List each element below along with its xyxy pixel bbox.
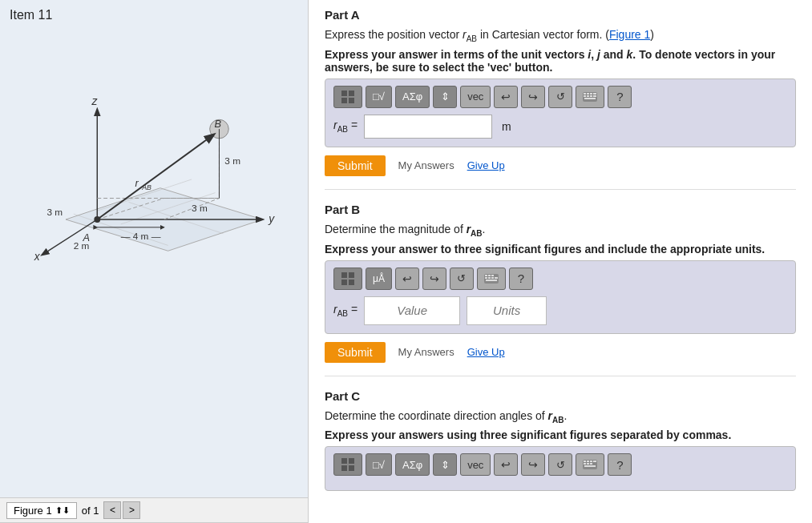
part-c-desc2: Express your answers using three signifi… <box>325 428 796 441</box>
svg-text:3 m: 3 m <box>224 155 240 166</box>
svg-rect-52 <box>495 277 498 279</box>
keyboard-button-b[interactable] <box>477 268 506 290</box>
part-c-title: Part C <box>325 389 796 403</box>
part-b-submit-row: Submit My Answers Give Up <box>325 342 796 363</box>
part-a-section: Part A Express the position vector rAB i… <box>325 8 796 190</box>
mu-button-b[interactable]: μÅ <box>366 268 392 290</box>
svg-rect-67 <box>587 463 589 465</box>
svg-rect-51 <box>491 275 494 276</box>
svg-text:AB: AB <box>141 183 151 191</box>
part-a-desc2: Express your answer in terms of the unit… <box>325 48 796 74</box>
part-a-unit: m <box>502 120 511 133</box>
diagram-svg: z y x A B r AB 3 m 3 m — 4 m — 3 m 2 m <box>16 46 289 263</box>
arrow-updown-button[interactable]: ⇕ <box>433 86 457 108</box>
redo-button-b[interactable]: ↪ <box>422 268 446 290</box>
undo-button-b[interactable]: ↩ <box>395 268 419 290</box>
part-b-title: Part B <box>325 203 796 216</box>
keyboard-button-a[interactable] <box>576 86 604 108</box>
svg-rect-40 <box>587 95 589 97</box>
svg-rect-65 <box>593 461 596 462</box>
matrix-button[interactable] <box>333 86 362 108</box>
part-a-toolbar-row: □√ ΑΣφ ⇕ vec ↩ ↪ ↺ ? <box>333 86 787 108</box>
part-b-desc2: Express your answer to three significant… <box>325 243 796 255</box>
svg-rect-44 <box>341 272 347 278</box>
matrix-button-c[interactable] <box>333 453 362 476</box>
sqrt-button-c[interactable]: □√ <box>366 453 392 476</box>
part-b-desc1: Determine the magnitude of rAB. <box>325 223 796 238</box>
svg-rect-43 <box>584 98 596 99</box>
sigma-button[interactable]: ΑΣφ <box>395 86 430 108</box>
refresh-button-c[interactable]: ↺ <box>548 453 572 476</box>
svg-rect-31 <box>349 91 354 96</box>
part-b-value-input[interactable] <box>364 296 460 325</box>
arrow-updown-button-c[interactable]: ⇕ <box>433 453 457 476</box>
svg-rect-45 <box>349 272 354 278</box>
figure-label-box: Figure 1 ⬆⬇ <box>6 502 77 519</box>
svg-rect-60 <box>349 465 354 471</box>
part-b-submit-button[interactable]: Submit <box>325 342 386 363</box>
svg-text:3 m: 3 m <box>46 207 63 217</box>
vec-button-a[interactable]: vec <box>460 86 491 108</box>
part-a-my-answers[interactable]: My Answers <box>398 159 454 171</box>
prev-figure-button[interactable]: < <box>103 501 121 519</box>
svg-rect-56 <box>486 280 497 281</box>
refresh-button-b[interactable]: ↺ <box>450 268 474 290</box>
svg-rect-64 <box>590 461 592 462</box>
svg-text:r: r <box>135 177 139 189</box>
figure-spinner[interactable]: ⬆⬇ <box>55 505 70 516</box>
svg-rect-68 <box>590 463 592 465</box>
help-button-a[interactable]: ? <box>608 86 632 108</box>
svg-rect-35 <box>584 93 586 95</box>
part-a-input[interactable] <box>364 115 492 139</box>
svg-text:2 m: 2 m <box>74 240 90 251</box>
next-figure-button[interactable]: > <box>123 501 140 519</box>
svg-text:3 m: 3 m <box>192 203 208 213</box>
part-b-give-up[interactable]: Give Up <box>467 346 505 358</box>
refresh-button-a[interactable]: ↺ <box>548 86 572 108</box>
svg-text:y: y <box>268 213 275 225</box>
part-c-section: Part C Determine the coordinate directio… <box>325 389 796 505</box>
svg-rect-59 <box>341 465 347 471</box>
svg-rect-53 <box>485 277 487 279</box>
svg-rect-66 <box>584 463 586 465</box>
part-a-title: Part A <box>325 8 796 22</box>
help-button-c[interactable]: ? <box>608 453 632 476</box>
undo-button-a[interactable]: ↩ <box>494 86 518 108</box>
keyboard-button-c[interactable] <box>576 453 604 476</box>
figure-label: Figure 1 <box>14 505 52 517</box>
right-panel: Part A Express the position vector rAB i… <box>309 0 812 523</box>
sqrt-button[interactable]: □√ <box>366 86 392 108</box>
part-b-input-label: rAB = <box>333 303 358 318</box>
svg-rect-58 <box>349 458 354 464</box>
svg-rect-50 <box>488 275 491 276</box>
svg-rect-37 <box>590 93 592 95</box>
left-panel: Item 11 <box>0 0 309 523</box>
sigma-button-c[interactable]: ΑΣφ <box>395 453 430 476</box>
svg-text:z: z <box>91 95 97 107</box>
vec-button-c[interactable]: vec <box>460 453 491 476</box>
redo-button-a[interactable]: ↪ <box>521 86 545 108</box>
part-a-give-up[interactable]: Give Up <box>467 159 505 171</box>
svg-rect-36 <box>587 93 589 95</box>
svg-rect-63 <box>587 461 589 462</box>
svg-rect-62 <box>584 461 586 462</box>
part-c-toolbar-row: □√ ΑΣφ ⇕ vec ↩ ↪ ↺ ? <box>333 453 787 476</box>
undo-button-c[interactable]: ↩ <box>494 453 518 476</box>
figure1-link[interactable]: Figure 1 <box>609 28 650 41</box>
part-a-desc1: Express the position vector rAB in Carte… <box>325 28 796 43</box>
svg-rect-38 <box>593 93 596 95</box>
svg-rect-32 <box>341 98 347 103</box>
matrix-button-b[interactable] <box>333 268 362 290</box>
part-b-section: Part B Determine the magnitude of rAB. E… <box>325 203 796 376</box>
diagram-container: z y x A B r AB 3 m 3 m — 4 m — 3 m 2 m <box>0 30 308 497</box>
redo-button-c[interactable]: ↪ <box>521 453 545 476</box>
part-b-units-input[interactable] <box>467 296 547 325</box>
part-a-submit-button[interactable]: Submit <box>325 155 386 176</box>
part-b-my-answers[interactable]: My Answers <box>398 346 454 358</box>
figure-nav-buttons: < > <box>103 501 140 519</box>
part-a-input-label: rAB = <box>333 119 358 134</box>
svg-rect-47 <box>349 280 354 285</box>
help-button-b[interactable]: ? <box>509 268 533 290</box>
svg-rect-30 <box>341 91 347 96</box>
svg-text:— 4 m —: — 4 m — <box>121 231 161 241</box>
